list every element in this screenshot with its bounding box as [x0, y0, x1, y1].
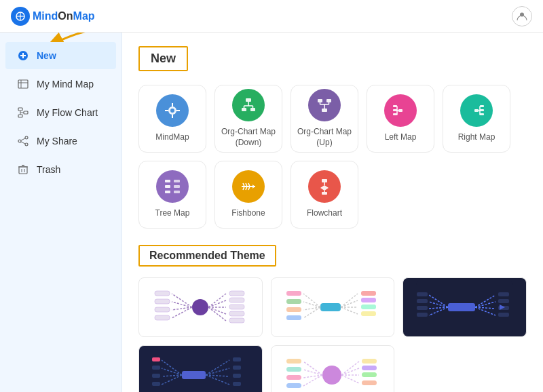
- svg-rect-8: [18, 80, 28, 88]
- svg-rect-168: [362, 380, 377, 385]
- svg-rect-61: [165, 185, 170, 188]
- mindmap-label: MindMap: [155, 132, 189, 143]
- svg-rect-74: [322, 179, 327, 182]
- svg-line-101: [303, 307, 320, 310]
- theme-card-2[interactable]: [271, 277, 395, 337]
- svg-rect-108: [286, 299, 301, 304]
- sidebar: New My Mind Map: [0, 33, 122, 392]
- svg-rect-148: [233, 357, 241, 361]
- svg-rect-55: [480, 105, 484, 107]
- sidebar-item-myshare-label: My Share: [37, 136, 77, 146]
- svg-line-157: [341, 361, 359, 375]
- svg-rect-91: [155, 307, 170, 312]
- sidebar-item-myshare[interactable]: My Share: [5, 128, 116, 155]
- sidebar-item-trash[interactable]: Trash: [5, 156, 116, 183]
- flowchart-sidebar-icon: [16, 106, 30, 119]
- svg-rect-95: [229, 305, 244, 309]
- flowchart-card[interactable]: Flowchart: [291, 161, 358, 229]
- svg-line-160: [341, 375, 359, 383]
- orgdown-icon-circle: [232, 89, 265, 121]
- svg-rect-32: [246, 98, 251, 102]
- svg-rect-76: [322, 192, 327, 195]
- svg-rect-113: [361, 305, 376, 309]
- svg-line-153: [303, 361, 322, 375]
- leftmap-card[interactable]: Left Map: [367, 85, 434, 153]
- rightmap-card[interactable]: Right Map: [443, 85, 510, 153]
- svg-line-104: [341, 300, 358, 307]
- svg-rect-110: [286, 315, 301, 320]
- theme-card-1[interactable]: [138, 277, 263, 337]
- svg-line-80: [172, 294, 192, 307]
- svg-line-87: [208, 307, 226, 314]
- svg-rect-150: [233, 374, 241, 378]
- sidebar-item-new[interactable]: New: [5, 42, 116, 69]
- svg-rect-126: [417, 299, 428, 303]
- svg-point-152: [322, 366, 341, 385]
- svg-rect-98: [320, 303, 341, 311]
- svg-marker-73: [252, 184, 255, 189]
- svg-line-100: [303, 302, 320, 307]
- recommended-theme-title: Recommended Theme: [138, 245, 276, 267]
- svg-rect-145: [152, 366, 160, 370]
- main-layout: New My Mind Map: [0, 33, 543, 392]
- svg-rect-129: [498, 292, 509, 296]
- svg-point-17: [18, 140, 21, 142]
- content-area: New MindMap: [122, 33, 543, 392]
- orgup-card[interactable]: Org-Chart Map (Up): [291, 85, 358, 153]
- svg-line-88: [208, 307, 226, 321]
- mindmap-card[interactable]: MindMap: [138, 85, 206, 153]
- fishbone-card[interactable]: Fishbone: [214, 161, 282, 229]
- theme-card-4[interactable]: [138, 345, 263, 392]
- svg-point-18: [25, 143, 28, 146]
- svg-rect-147: [152, 382, 160, 386]
- orgup-icon-circle: [308, 89, 341, 121]
- user-icon[interactable]: [512, 6, 532, 26]
- svg-rect-130: [498, 299, 509, 303]
- svg-rect-125: [417, 292, 428, 296]
- sidebar-item-myflowchart[interactable]: My Flow Chart: [5, 99, 116, 126]
- svg-line-155: [303, 375, 322, 378]
- svg-rect-109: [286, 307, 301, 312]
- leftmap-label: Left Map: [385, 132, 417, 143]
- orgup-label: Org-Chart Map (Up): [291, 127, 358, 148]
- svg-rect-111: [361, 291, 376, 296]
- sidebar-item-new-label: New: [37, 50, 56, 61]
- svg-point-16: [25, 136, 28, 139]
- svg-rect-56: [480, 109, 484, 111]
- sidebar-item-trash-label: Trash: [37, 164, 60, 175]
- svg-line-84: [208, 294, 226, 307]
- theme-card-3[interactable]: [402, 277, 527, 337]
- flowchart-icon-circle: [308, 170, 341, 203]
- header: MindOnMap: [0, 0, 543, 33]
- svg-rect-151: [233, 382, 241, 386]
- svg-rect-92: [155, 315, 170, 320]
- logo: MindOnMap: [11, 7, 95, 26]
- new-section: New MindMap: [138, 46, 527, 229]
- sidebar-item-myflowchart-label: My Flow Chart: [37, 107, 98, 118]
- svg-rect-149: [233, 366, 241, 370]
- svg-rect-135: [182, 371, 206, 379]
- svg-rect-93: [229, 291, 244, 296]
- svg-rect-163: [286, 375, 301, 380]
- share-icon: [16, 134, 30, 148]
- svg-line-106: [341, 307, 358, 314]
- svg-rect-21: [19, 167, 27, 174]
- sidebar-item-mymindmap[interactable]: My Mind Map: [5, 71, 116, 98]
- svg-rect-11: [18, 108, 22, 111]
- trash-icon: [16, 163, 30, 176]
- theme-card-5[interactable]: [271, 345, 395, 392]
- map-grid: MindMap O: [138, 85, 527, 229]
- fishbone-icon-circle: [232, 170, 265, 203]
- treemap-icon-circle: [156, 170, 189, 203]
- treemap-card[interactable]: Tree Map: [138, 161, 206, 229]
- svg-rect-49: [393, 113, 397, 115]
- theme-grid: [138, 277, 527, 392]
- svg-rect-164: [286, 383, 301, 388]
- svg-rect-96: [229, 311, 244, 316]
- new-section-title: New: [138, 46, 188, 71]
- svg-rect-62: [165, 191, 170, 193]
- svg-line-81: [172, 302, 192, 307]
- orgdown-label: Org-Chart Map(Down): [221, 127, 276, 148]
- orgdown-card[interactable]: Org-Chart Map(Down): [214, 85, 282, 153]
- svg-rect-57: [480, 113, 484, 115]
